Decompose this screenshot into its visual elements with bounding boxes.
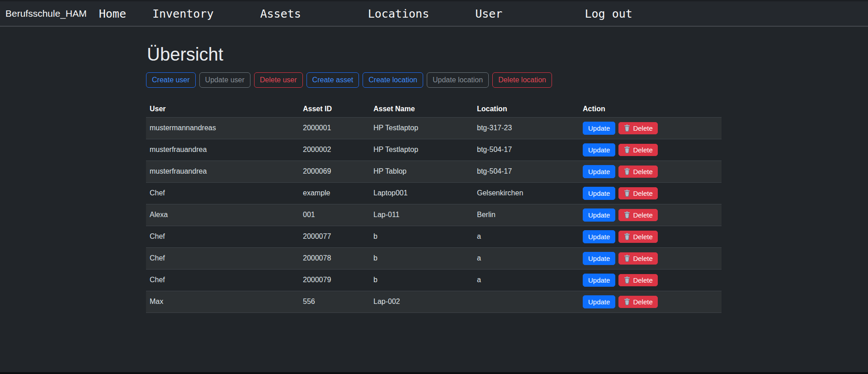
cell-asset-id: 2000001: [299, 117, 370, 139]
row-delete-button[interactable]: Delete: [618, 231, 657, 243]
table-row: Max556Lap-002UpdateDelete: [146, 291, 722, 312]
cell-location: btg-317-23: [473, 117, 579, 139]
cell-action: UpdateDelete: [579, 182, 722, 204]
row-update-button[interactable]: Update: [583, 274, 615, 287]
cell-user: Chef: [146, 182, 299, 204]
header-action: Action: [579, 101, 722, 117]
table-body: mustermannandreas2000001HP Testlaptopbtg…: [146, 117, 722, 312]
nav-item-logout[interactable]: Log out: [585, 7, 632, 20]
cell-action: UpdateDelete: [579, 117, 722, 139]
nav-item-home[interactable]: Home: [99, 7, 126, 20]
cell-location: btg-504-17: [473, 161, 579, 182]
cell-action: UpdateDelete: [579, 204, 722, 226]
navbar-brand[interactable]: Berufsschule_HAM: [5, 8, 87, 19]
cell-asset-id: 2000077: [299, 226, 370, 247]
header-user: User: [146, 101, 299, 117]
table-row: Chef2000077baUpdateDelete: [146, 226, 722, 247]
row-update-button[interactable]: Update: [583, 187, 615, 200]
nav-item-inventory[interactable]: Inventory: [152, 7, 213, 20]
row-delete-button[interactable]: Delete: [618, 166, 657, 178]
header-asset-id: Asset ID: [299, 101, 370, 117]
delete-user-button[interactable]: Delete user: [254, 72, 303, 88]
nav-list: Home Inventory Assets Locations User Log…: [87, 7, 632, 20]
cell-asset-id: 2000069: [299, 161, 370, 182]
delete-button-label: Delete: [633, 189, 652, 197]
row-delete-button[interactable]: Delete: [618, 144, 657, 156]
table-row: Chef2000079baUpdateDelete: [146, 269, 722, 291]
update-location-button[interactable]: Update location: [427, 72, 489, 88]
top-navbar: Berufsschule_HAM Home Inventory Assets L…: [0, 0, 868, 27]
row-update-button[interactable]: Update: [583, 143, 615, 156]
cell-asset-name: HP Testlaptop: [370, 117, 473, 139]
delete-location-button[interactable]: Delete location: [492, 72, 552, 88]
row-update-button[interactable]: Update: [583, 295, 615, 308]
trash-icon: [623, 189, 631, 197]
nav-item-locations[interactable]: Locations: [368, 7, 429, 20]
cell-user: musterfrauandrea: [146, 161, 299, 182]
create-location-button[interactable]: Create location: [363, 72, 423, 88]
table-row: Chef2000078baUpdateDelete: [146, 247, 722, 269]
cell-asset-id: example: [299, 182, 370, 204]
nav-item-assets[interactable]: Assets: [260, 7, 301, 20]
main-content: Übersicht Create user Update user Delete…: [0, 44, 868, 313]
row-update-button[interactable]: Update: [583, 165, 615, 178]
cell-location: [473, 291, 579, 312]
cell-asset-id: 2000079: [299, 269, 370, 291]
cell-action: UpdateDelete: [579, 226, 722, 247]
cell-asset-name: b: [370, 226, 473, 247]
row-update-button[interactable]: Update: [583, 252, 615, 265]
screen-bottom-edge: [0, 372, 868, 374]
create-user-button[interactable]: Create user: [146, 72, 196, 88]
trash-icon: [623, 233, 631, 240]
row-delete-button[interactable]: Delete: [618, 274, 657, 286]
cell-action: UpdateDelete: [579, 139, 722, 161]
delete-button-label: Delete: [633, 146, 652, 154]
cell-user: Chef: [146, 269, 299, 291]
row-delete-button[interactable]: Delete: [618, 122, 657, 134]
cell-user: mustermannandreas: [146, 117, 299, 139]
cell-asset-name: Laptop001: [370, 182, 473, 204]
cell-location: Gelsenkirchen: [473, 182, 579, 204]
cell-asset-id: 556: [299, 291, 370, 312]
cell-asset-name: HP Tablop: [370, 161, 473, 182]
cell-asset-name: b: [370, 269, 473, 291]
header-location: Location: [473, 101, 579, 117]
table-header-row: User Asset ID Asset Name Location Action: [146, 101, 722, 117]
row-delete-button[interactable]: Delete: [618, 296, 657, 308]
trash-icon: [623, 168, 631, 175]
row-update-button[interactable]: Update: [583, 122, 615, 135]
cell-asset-name: Lap-011: [370, 204, 473, 226]
cell-action: UpdateDelete: [579, 247, 722, 269]
delete-button-label: Delete: [633, 276, 652, 284]
cell-user: Alexa: [146, 204, 299, 226]
row-delete-button[interactable]: Delete: [618, 252, 657, 265]
cell-asset-id: 2000078: [299, 247, 370, 269]
trash-icon: [623, 146, 631, 153]
nav-item-user[interactable]: User: [475, 7, 502, 20]
delete-button-label: Delete: [633, 124, 652, 132]
update-user-button[interactable]: Update user: [199, 72, 250, 88]
cell-location: btg-504-17: [473, 139, 579, 161]
row-delete-button[interactable]: Delete: [618, 209, 657, 221]
cell-asset-name: b: [370, 247, 473, 269]
create-asset-button[interactable]: Create asset: [307, 72, 359, 88]
table-row: ChefexampleLaptop001GelsenkirchenUpdateD…: [146, 182, 722, 204]
cell-user: Chef: [146, 247, 299, 269]
trash-icon: [623, 276, 631, 284]
table-row: mustermannandreas2000001HP Testlaptopbtg…: [146, 117, 722, 139]
row-update-button[interactable]: Update: [583, 208, 615, 222]
table-row: Alexa001Lap-011BerlinUpdateDelete: [146, 204, 722, 226]
cell-user: musterfrauandrea: [146, 139, 299, 161]
delete-button-label: Delete: [633, 298, 652, 306]
table-row: musterfrauandrea2000002HP Testlaptopbtg-…: [146, 139, 722, 161]
cell-asset-id: 2000002: [299, 139, 370, 161]
page-title: Übersicht: [147, 44, 868, 65]
row-update-button[interactable]: Update: [583, 230, 615, 243]
assets-table: User Asset ID Asset Name Location Action…: [146, 101, 722, 313]
delete-button-label: Delete: [633, 233, 652, 241]
cell-location: a: [473, 269, 579, 291]
cell-action: UpdateDelete: [579, 291, 722, 312]
row-delete-button[interactable]: Delete: [618, 187, 657, 199]
cell-action: UpdateDelete: [579, 161, 722, 182]
header-asset-name: Asset Name: [370, 101, 473, 117]
